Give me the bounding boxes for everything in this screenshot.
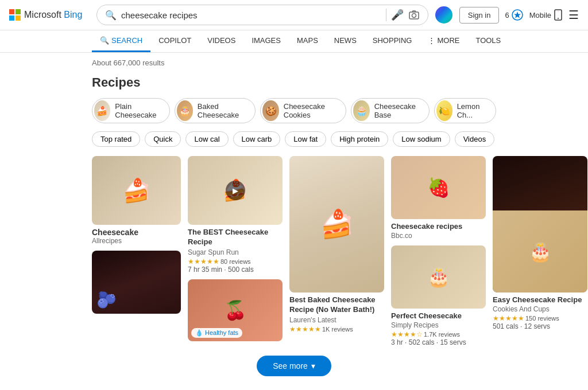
play-button-overlay[interactable]: ▶ bbox=[226, 181, 245, 200]
filter-low-sodium[interactable]: Low sodium bbox=[393, 131, 450, 147]
filter-low-cal[interactable]: Low cal bbox=[185, 131, 228, 147]
category-chip-plain[interactable]: 🍰 Plain Cheesecake bbox=[92, 98, 170, 123]
chip-img-base: 🧁 bbox=[353, 100, 369, 121]
recipe-title-easy: Easy Cheesecake Recipe bbox=[493, 295, 587, 304]
recipe-card-easy[interactable]: 🎂 Easy Cheesecake Recipe Cookies And Cup… bbox=[493, 156, 587, 330]
recipe-card-dark[interactable]: 🫐 bbox=[92, 251, 181, 317]
recipe-stars-baked: ★★★★★ 1K reviews bbox=[289, 325, 384, 333]
category-chip-cookies[interactable]: 🍪 Cheesecake Cookies bbox=[260, 98, 346, 123]
results-count: About 667,000 results bbox=[92, 58, 496, 67]
recipe-img-dark: 🫐 bbox=[92, 251, 181, 314]
nav-item-copilot[interactable]: COPILOT bbox=[150, 30, 199, 52]
filter-low-carb[interactable]: Low carb bbox=[233, 131, 281, 147]
rewards[interactable]: 6 bbox=[505, 9, 523, 21]
recipe-source-easy: Cookies And Cups bbox=[493, 305, 587, 313]
recipe-source-cheesecake: Allrecipes bbox=[92, 237, 181, 245]
svg-point-4 bbox=[558, 18, 559, 19]
recipe-title-perfect: Perfect Cheesecake bbox=[391, 311, 486, 320]
search-bar: 🔍 cheesecake recipes 🎤 bbox=[96, 5, 428, 25]
category-chip-baked[interactable]: 🎂 Baked Cheesecake bbox=[175, 98, 256, 123]
recipe-source-best: Sugar Spun Run bbox=[188, 248, 283, 256]
nav-item-search[interactable]: 🔍 SEARCH bbox=[92, 30, 150, 52]
filter-top-rated[interactable]: Top rated bbox=[92, 131, 140, 147]
recipe-grid: 🍰 Cheesecake Allrecipes 🫐 🍰 ▶ The BEST C… bbox=[92, 156, 496, 346]
header: Microsoft Bing 🔍 cheesecake recipes 🎤 Si… bbox=[0, 0, 588, 30]
svg-point-1 bbox=[412, 14, 416, 18]
recipe-title-cheesecake: Cheesecake bbox=[92, 228, 181, 237]
col3-cards: 🍰 Best Baked Cheesecake Recipe (No Water… bbox=[289, 156, 384, 333]
recipe-img-bbc: 🍓 bbox=[391, 156, 486, 219]
nav-item-videos[interactable]: VIDEOS bbox=[199, 30, 243, 52]
chip-img-baked: 🎂 bbox=[177, 100, 193, 121]
mobile-label: Mobile bbox=[529, 11, 551, 20]
recipe-img-baked-card: 🍰 bbox=[289, 156, 384, 292]
filter-low-fat[interactable]: Low fat bbox=[285, 131, 326, 147]
chip-img-lemon: 🍋 bbox=[436, 100, 452, 121]
header-right: Sign in 6 Mobile ☰ bbox=[459, 7, 579, 24]
recipe-img-easy: 🎂 bbox=[493, 156, 587, 292]
recipe-stars-best: ★★★★★ 80 reviews bbox=[188, 258, 283, 266]
healthy-badge: 💧Healthy fats bbox=[191, 328, 242, 338]
recipe-stars-perfect: ★★★★☆ 1.7K reviews bbox=[391, 330, 486, 338]
rewards-icon bbox=[511, 9, 524, 21]
col2-cards: 🍰 ▶ The BEST Cheesecake Recipe Sugar Spu… bbox=[188, 156, 283, 344]
mobile-section[interactable]: Mobile bbox=[529, 9, 563, 21]
recipe-meta-easy: 501 cals · 12 servs bbox=[493, 322, 587, 330]
recipe-card-bbc[interactable]: 🍓 Cheesecake recipes Bbc.co bbox=[391, 156, 486, 240]
see-more-button[interactable]: See more ▾ bbox=[257, 356, 331, 376]
nav-item-images[interactable]: IMAGES bbox=[243, 30, 289, 52]
recipe-card-cheesecake[interactable]: 🍰 Cheesecake Allrecipes bbox=[92, 156, 181, 245]
recipe-img-best: 🍰 ▶ bbox=[188, 156, 283, 225]
logo-squares bbox=[9, 9, 21, 21]
logo[interactable]: Microsoft Bing bbox=[9, 9, 90, 21]
rewards-count: 6 bbox=[505, 11, 509, 20]
recipe-source-bbc: Bbc.co bbox=[391, 232, 486, 240]
recipe-img-perfect: 🎂 bbox=[391, 245, 486, 309]
category-chips: 🍰 Plain Cheesecake 🎂 Baked Cheesecake 🍪 … bbox=[92, 98, 496, 123]
recipe-source-perfect: Simply Recipes bbox=[391, 321, 486, 329]
nav-item-news[interactable]: NEWS bbox=[326, 30, 365, 52]
svg-point-5 bbox=[558, 11, 559, 12]
visual-search-button[interactable] bbox=[408, 9, 420, 21]
category-chip-base[interactable]: 🧁 Cheesecake Base bbox=[351, 98, 429, 123]
search-icon: 🔍 bbox=[105, 10, 117, 21]
recipe-title-bbc: Cheesecake recipes bbox=[391, 222, 486, 231]
recipe-title-baked: Best Baked Cheesecake Recipe (No Water B… bbox=[289, 295, 384, 315]
col4-cards: 🍓 Cheesecake recipes Bbc.co 🎂 Perfect Ch… bbox=[391, 156, 486, 346]
filter-quick[interactable]: Quick bbox=[145, 131, 181, 147]
more-dots-icon: ⋮ bbox=[428, 36, 435, 45]
recipe-img-strawberry: 🍒 💧Healthy fats bbox=[188, 279, 283, 341]
logo-text: Microsoft Bing bbox=[24, 10, 82, 20]
sign-in-button[interactable]: Sign in bbox=[459, 7, 500, 24]
col1-cards: 🍰 Cheesecake Allrecipes 🫐 bbox=[92, 156, 181, 317]
recipe-title-best: The BEST Cheesecake Recipe bbox=[188, 228, 283, 247]
copilot-icon[interactable] bbox=[435, 6, 452, 24]
content: About 667,000 results Recipes 🍰 Plain Ch… bbox=[0, 53, 588, 382]
recipe-card-best[interactable]: 🍰 ▶ The BEST Cheesecake Recipe Sugar Spu… bbox=[188, 156, 283, 274]
filter-high-protein[interactable]: High protein bbox=[331, 131, 388, 147]
mobile-icon bbox=[554, 9, 563, 21]
nav-item-tools[interactable]: TOOLS bbox=[467, 30, 509, 52]
camera-icon bbox=[408, 9, 420, 21]
recipe-source-baked: Lauren's Latest bbox=[289, 316, 384, 324]
search-input[interactable]: cheesecake recipes bbox=[121, 10, 381, 20]
recipe-card-baked[interactable]: 🍰 Best Baked Cheesecake Recipe (No Water… bbox=[289, 156, 384, 333]
recipe-card-perfect[interactable]: 🎂 Perfect Cheesecake Simply Recipes ★★★★… bbox=[391, 245, 486, 346]
nav-item-maps[interactable]: MAPS bbox=[289, 30, 326, 52]
nav-item-shopping[interactable]: SHOPPING bbox=[365, 30, 420, 52]
chip-img-plain: 🍰 bbox=[94, 100, 110, 121]
recipes-title: Recipes bbox=[92, 75, 496, 90]
filter-videos[interactable]: Videos bbox=[455, 131, 495, 147]
navigation: 🔍 SEARCH COPILOT VIDEOS IMAGES MAPS NEWS… bbox=[0, 30, 588, 53]
menu-button[interactable]: ☰ bbox=[568, 8, 579, 22]
category-chip-lemon[interactable]: 🍋 Lemon Ch... bbox=[434, 98, 496, 123]
chip-img-cookies: 🍪 bbox=[262, 100, 278, 121]
search-nav-icon: 🔍 bbox=[100, 36, 109, 45]
chevron-down-icon: ▾ bbox=[311, 361, 315, 370]
nav-item-more[interactable]: ⋮ MORE bbox=[420, 30, 467, 52]
recipe-card-strawberry[interactable]: 🍒 💧Healthy fats bbox=[188, 279, 283, 344]
recipe-meta-best: 7 hr 35 min · 500 cals bbox=[188, 266, 283, 274]
col5-cards: 🎂 Easy Cheesecake Recipe Cookies And Cup… bbox=[493, 156, 587, 330]
mic-button[interactable]: 🎤 bbox=[391, 9, 404, 21]
recipe-img-cheesecake: 🍰 bbox=[92, 156, 181, 225]
